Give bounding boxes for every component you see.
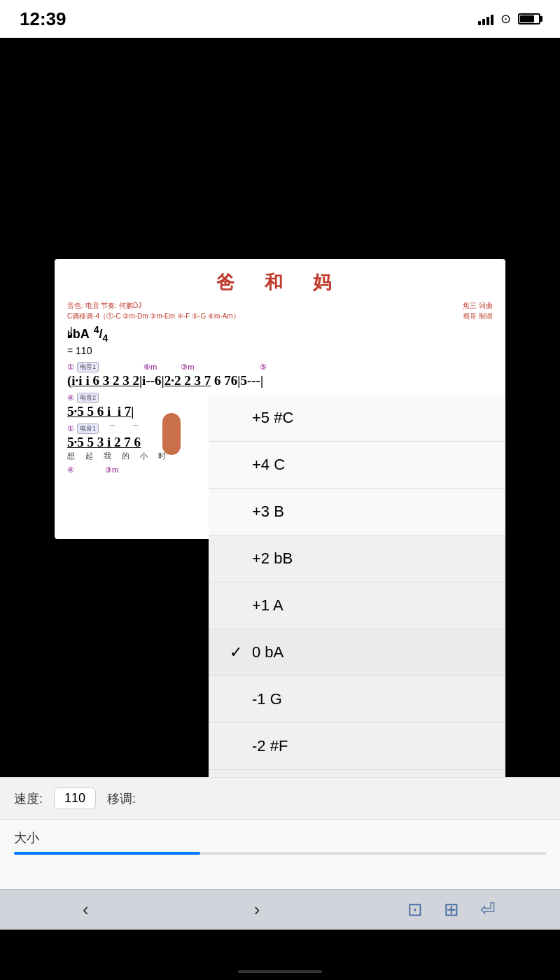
status-bar: 12:39 ⊙ bbox=[0, 0, 560, 38]
wifi-icon: ⊙ bbox=[500, 11, 511, 27]
bottom-controls: 速度: 移调: bbox=[0, 777, 560, 819]
dropdown-label: -2 #F bbox=[252, 737, 288, 755]
dropdown-item-m1g[interactable]: -1 G bbox=[209, 676, 505, 723]
score-line-1: ① 电音1 ⑥m ③m ⑤ ( i·i i 6 3 2 3 2 |i--6| 2… bbox=[67, 362, 493, 388]
speed-label: 速度: bbox=[14, 790, 43, 807]
score-meta-left: 音色: 电音 节奏: 何鹏DJ C调移调-4（①-C ②m-Dm ③m-Em ④… bbox=[67, 300, 240, 321]
status-icons: ⊙ bbox=[478, 11, 540, 27]
speed-input[interactable] bbox=[54, 788, 96, 809]
size-label: 大小 bbox=[14, 830, 546, 846]
dropdown-label: +5 #C bbox=[252, 409, 293, 427]
chord-row-1: ① 电音1 ⑥m ③m ⑤ bbox=[67, 362, 493, 372]
dropdown-item-0ba[interactable]: ✓ 0 bA bbox=[209, 629, 505, 676]
dropdown-item-m2f[interactable]: -2 #F bbox=[209, 723, 505, 770]
key-letter: bA bbox=[73, 327, 90, 342]
return-icon[interactable]: ⏎ bbox=[480, 899, 496, 920]
dropdown-label: -1 G bbox=[252, 690, 282, 708]
next-button[interactable]: › bbox=[236, 896, 278, 924]
prev-arrow-icon: ‹ bbox=[83, 899, 89, 920]
dropdown-item-3b[interactable]: +3 B bbox=[209, 489, 505, 536]
next-arrow-icon: › bbox=[254, 899, 260, 920]
dropdown-label: +3 B bbox=[252, 503, 284, 521]
dropdown-label: 0 bA bbox=[252, 643, 284, 662]
signal-icon bbox=[478, 13, 493, 25]
score-meta: 音色: 电音 节奏: 何鹏DJ C调移调-4（①-C ②m-Dm ③m-Em ④… bbox=[67, 300, 493, 321]
dropdown-item-1a[interactable]: +1 A bbox=[209, 582, 505, 629]
status-time: 12:39 bbox=[20, 8, 66, 30]
battery-icon bbox=[518, 13, 540, 24]
dropdown-item-2bb[interactable]: +2 bB bbox=[209, 536, 505, 582]
time-sig: 4/4 bbox=[94, 324, 108, 344]
book-icon[interactable]: ⊡ bbox=[407, 899, 423, 920]
dropdown-label: +2 bB bbox=[252, 550, 293, 568]
background-area bbox=[0, 38, 560, 262]
tempo: = 110 bbox=[67, 345, 108, 356]
home-indicator bbox=[238, 970, 322, 973]
key-info: 𝅘𝅥 b bA 4/4 = 110 bbox=[67, 324, 493, 356]
score-title: 爸 和 妈 bbox=[67, 270, 493, 295]
prev-button[interactable]: ‹ bbox=[64, 896, 106, 924]
dropdown-item-5c[interactable]: +5 #C bbox=[209, 395, 505, 442]
score-meta-right: 焦三 词曲 蜀哥 制谱 bbox=[463, 300, 493, 321]
flat-symbol: b bbox=[67, 329, 73, 340]
notes-row-1: ( i·i i 6 3 2 3 2 |i--6| 2·2 2 3 7 6 76|… bbox=[67, 373, 493, 388]
size-slider[interactable] bbox=[14, 852, 546, 855]
size-controls: 大小 bbox=[0, 819, 560, 889]
nav-icons: ⊡ ⊞ ⏎ bbox=[407, 899, 496, 920]
slider-fill bbox=[14, 852, 200, 855]
dropdown-item-4c[interactable]: +4 C bbox=[209, 442, 505, 489]
dropdown-label: +4 C bbox=[252, 456, 285, 474]
scroll-handle[interactable] bbox=[162, 413, 181, 455]
bookmark-icon[interactable]: ⊞ bbox=[444, 899, 459, 920]
keyboard-toolbar: ‹ › ⊡ ⊞ ⏎ bbox=[0, 889, 560, 930]
dropdown-label: +1 A bbox=[252, 596, 284, 615]
transpose-label: 移调: bbox=[107, 790, 136, 807]
